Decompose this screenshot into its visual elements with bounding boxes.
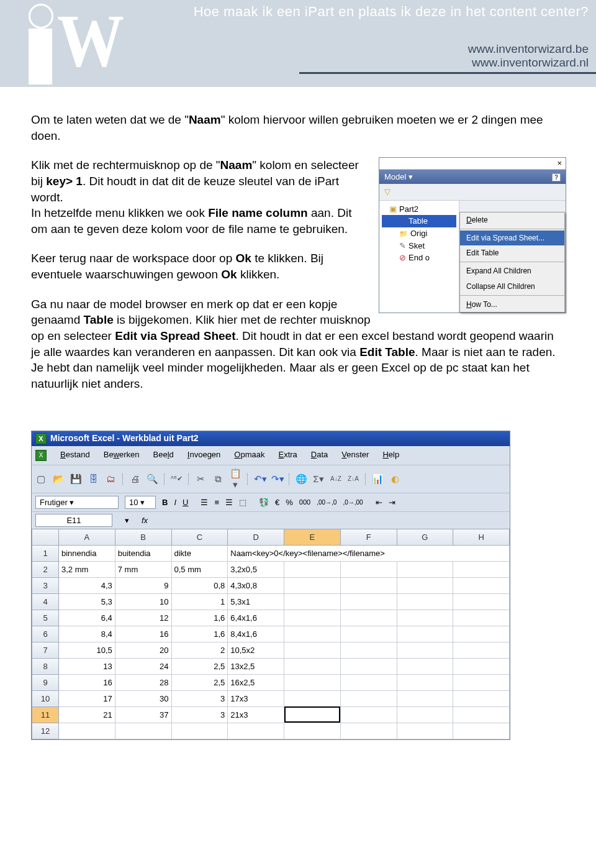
paste-icon[interactable]: 📋▾ bbox=[230, 468, 241, 490]
cell[interactable] bbox=[284, 690, 341, 706]
cell[interactable]: 21 bbox=[59, 706, 115, 723]
funnel-icon[interactable] bbox=[384, 187, 391, 196]
menu-help[interactable]: Help bbox=[382, 450, 399, 461]
cell[interactable] bbox=[284, 610, 341, 626]
row-12[interactable]: 12 bbox=[32, 723, 59, 739]
cell[interactable]: buitendia bbox=[115, 545, 171, 561]
redo-icon[interactable]: ↷▾ bbox=[271, 473, 282, 485]
cell[interactable] bbox=[453, 723, 510, 739]
cell[interactable] bbox=[397, 658, 453, 674]
col-H[interactable]: H bbox=[453, 529, 510, 545]
col-D[interactable]: D bbox=[228, 529, 284, 545]
cell[interactable] bbox=[284, 658, 341, 674]
select-all[interactable] bbox=[32, 529, 59, 545]
cell[interactable]: 7 mm bbox=[115, 561, 171, 577]
cell[interactable]: 8,4x1,6 bbox=[228, 626, 284, 642]
cell[interactable] bbox=[453, 593, 510, 610]
cell[interactable] bbox=[340, 658, 397, 674]
close-icon[interactable]: × bbox=[379, 158, 566, 170]
menu-data[interactable]: Data bbox=[311, 450, 328, 461]
cell[interactable]: 2 bbox=[171, 642, 228, 658]
ctx-edit-spread[interactable]: Edit via Spread Sheet... bbox=[460, 231, 564, 245]
name-box[interactable]: E11 bbox=[35, 514, 112, 527]
cell[interactable] bbox=[171, 723, 228, 739]
cell[interactable]: 17x3 bbox=[228, 690, 284, 706]
menu-venster[interactable]: Venster bbox=[341, 450, 369, 461]
indent-dec-icon[interactable]: ⇤ bbox=[376, 498, 382, 507]
row-10[interactable]: 10 bbox=[32, 690, 59, 706]
cell[interactable] bbox=[397, 626, 453, 642]
cell[interactable] bbox=[453, 626, 510, 642]
cell[interactable]: 4,3 bbox=[59, 577, 115, 593]
model-dropdown[interactable]: Model bbox=[384, 172, 406, 181]
sort-asc-icon[interactable]: A↓Z bbox=[330, 475, 341, 482]
row-3[interactable]: 3 bbox=[32, 577, 59, 593]
italic-icon[interactable]: I bbox=[174, 498, 176, 507]
menu-bestand[interactable]: Bestand bbox=[60, 450, 90, 461]
cell[interactable]: 1 bbox=[171, 593, 228, 610]
cell[interactable] bbox=[453, 561, 510, 577]
cell[interactable]: 5,3x1 bbox=[228, 593, 284, 610]
cell[interactable] bbox=[340, 674, 397, 690]
cell[interactable]: 20 bbox=[115, 642, 171, 658]
cell[interactable] bbox=[397, 674, 453, 690]
col-E[interactable]: E bbox=[284, 529, 341, 545]
cell[interactable] bbox=[340, 577, 397, 593]
cell[interactable] bbox=[340, 706, 397, 723]
cell[interactable]: 1,6 bbox=[171, 610, 228, 626]
row-11[interactable]: 11 bbox=[32, 706, 59, 723]
cell[interactable]: 5,3 bbox=[59, 593, 115, 610]
autosum-icon[interactable]: Σ▾ bbox=[313, 473, 324, 485]
cell[interactable]: 16x2,5 bbox=[228, 674, 284, 690]
cell[interactable] bbox=[340, 642, 397, 658]
cell[interactable] bbox=[453, 658, 510, 674]
menu-extra[interactable]: Extra bbox=[278, 450, 297, 461]
align-right-icon[interactable]: ☰ bbox=[225, 498, 233, 507]
cell[interactable]: 6,4x1,6 bbox=[228, 610, 284, 626]
cell[interactable] bbox=[453, 674, 510, 690]
cell[interactable] bbox=[284, 561, 341, 577]
col-A[interactable]: A bbox=[59, 529, 115, 545]
cell[interactable]: 13x2,5 bbox=[228, 658, 284, 674]
percent-icon[interactable]: % bbox=[286, 498, 293, 507]
cell[interactable] bbox=[340, 561, 397, 577]
cell[interactable]: 0,5 mm bbox=[171, 561, 228, 577]
font-selector[interactable]: Frutiger ▾ bbox=[35, 496, 119, 509]
col-F[interactable]: F bbox=[340, 529, 397, 545]
cell[interactable] bbox=[453, 690, 510, 706]
ctx-howto[interactable]: How To... bbox=[460, 297, 564, 312]
cell[interactable]: 3,2 mm bbox=[59, 561, 115, 577]
cell[interactable]: binnendia bbox=[59, 545, 115, 561]
cell[interactable] bbox=[397, 561, 453, 577]
cell[interactable]: 8,4 bbox=[59, 626, 115, 642]
align-center-icon[interactable]: ≡ bbox=[214, 498, 219, 507]
tree-end[interactable]: End o bbox=[409, 253, 430, 262]
row-2[interactable]: 2 bbox=[32, 561, 59, 577]
col-C[interactable]: C bbox=[171, 529, 228, 545]
cell[interactable]: 30 bbox=[115, 690, 171, 706]
cell[interactable]: 10,5x2 bbox=[228, 642, 284, 658]
cell[interactable] bbox=[340, 723, 397, 739]
hyperlink-icon[interactable]: 🌐 bbox=[296, 473, 307, 485]
cell[interactable]: 0,8 bbox=[171, 577, 228, 593]
cell[interactable]: 37 bbox=[115, 706, 171, 723]
tree-table[interactable]: Table bbox=[409, 216, 428, 226]
col-B[interactable]: B bbox=[115, 529, 171, 545]
cell[interactable] bbox=[284, 723, 341, 739]
ctx-edit-table[interactable]: Edit Table bbox=[460, 245, 564, 260]
menu-opmaak[interactable]: Opmaak bbox=[234, 450, 264, 461]
cell[interactable] bbox=[453, 577, 510, 593]
row-4[interactable]: 4 bbox=[32, 593, 59, 610]
help-icon[interactable] bbox=[552, 171, 561, 183]
cell[interactable]: 4,3x0,8 bbox=[228, 577, 284, 593]
cell[interactable] bbox=[340, 593, 397, 610]
save-as-icon[interactable]: 🗄 bbox=[88, 473, 99, 484]
new-icon[interactable]: ▢ bbox=[35, 473, 47, 485]
row-1[interactable]: 1 bbox=[32, 545, 59, 561]
row-5[interactable]: 5 bbox=[32, 610, 59, 626]
ctx-expand[interactable]: Expand All Children bbox=[460, 263, 564, 278]
print-icon[interactable]: 🖨 bbox=[129, 473, 140, 484]
open-icon[interactable]: 📂 bbox=[53, 473, 64, 485]
cell[interactable] bbox=[340, 610, 397, 626]
cell[interactable] bbox=[397, 690, 453, 706]
